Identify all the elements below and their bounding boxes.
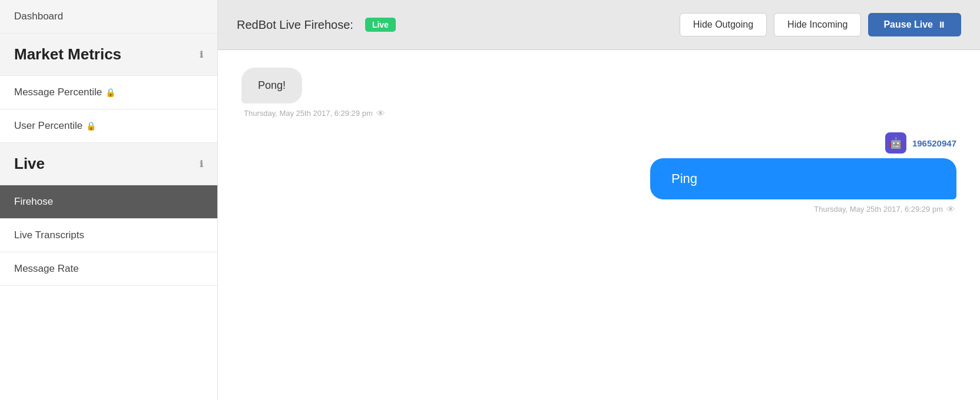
sidebar-item-message-rate-label: Message Rate [14,263,79,275]
header-buttons: Hide Outgoing Hide Incoming Pause Live ⏸ [680,13,961,36]
sidebar-item-live[interactable]: Live ℹ [0,143,217,185]
firehose-title: RedBot Live Firehose: [237,18,353,32]
sidebar-item-live-label: Live [14,155,45,173]
user-avatar: 🤖 [885,132,906,154]
lock-icon-message-percentile: 🔒 [105,88,115,97]
sidebar-item-user-percentile-label: User Percentile [14,120,82,132]
hide-outgoing-button[interactable]: Hide Outgoing [680,13,767,36]
chat-area: Pong! Thursday, May 25th 2017, 6:29:29 p… [218,50,980,400]
info-icon: ℹ [200,49,203,60]
info-icon-live: ℹ [200,159,203,169]
sidebar-item-live-transcripts[interactable]: Live Transcripts [0,219,217,252]
message-group-outgoing: 🤖 196520947 Ping Thursday, May 25th 2017… [650,132,956,214]
incoming-bubble: Pong! [241,68,302,104]
sidebar-item-dashboard[interactable]: Dashboard [0,0,217,34]
sidebar-item-message-percentile[interactable]: Message Percentile 🔒 [0,76,217,109]
sidebar-item-market-metrics[interactable]: Market Metrics ℹ [0,34,217,76]
avatar-icon: 🤖 [889,136,902,149]
message-percentile-wrap: Message Percentile 🔒 [14,86,115,98]
eye-icon-outgoing: 👁 [946,204,955,214]
outgoing-bubble: Ping [650,158,956,199]
sidebar-item-firehose-label: Firehose [14,196,53,208]
main-content: RedBot Live Firehose: Live Hide Outgoing… [218,0,980,400]
sidebar-item-user-percentile[interactable]: User Percentile 🔒 [0,109,217,143]
lock-icon-user-percentile: 🔒 [86,121,96,131]
outgoing-header: 🤖 196520947 [885,132,956,154]
pause-live-button[interactable]: Pause Live ⏸ [868,13,961,36]
sidebar-item-market-metrics-label: Market Metrics [14,45,121,64]
sidebar-item-dashboard-label: Dashboard [14,11,63,22]
firehose-header: RedBot Live Firehose: Live Hide Outgoing… [218,0,980,50]
incoming-timestamp: Thursday, May 25th 2017, 6:29:29 pm 👁 [241,108,385,118]
live-badge: Live [365,18,396,32]
incoming-timestamp-text: Thursday, May 25th 2017, 6:29:29 pm [244,109,373,118]
eye-icon-incoming: 👁 [376,108,385,118]
sidebar-item-firehose[interactable]: Firehose [0,185,217,219]
outgoing-timestamp-text: Thursday, May 25th 2017, 6:29:29 pm [814,205,943,214]
pause-live-label: Pause Live [883,19,933,30]
sidebar: Dashboard Market Metrics ℹ Message Perce… [0,0,218,400]
sidebar-item-live-transcripts-label: Live Transcripts [14,229,84,241]
pause-icon: ⏸ [938,20,946,29]
message-group-incoming: Pong! Thursday, May 25th 2017, 6:29:29 p… [241,68,524,118]
sidebar-item-message-rate[interactable]: Message Rate [0,252,217,286]
hide-incoming-button[interactable]: Hide Incoming [774,13,861,36]
sidebar-item-message-percentile-label: Message Percentile [14,86,102,98]
outgoing-timestamp: Thursday, May 25th 2017, 6:29:29 pm 👁 [814,204,956,214]
user-percentile-wrap: User Percentile 🔒 [14,120,96,132]
user-id[interactable]: 196520947 [912,138,956,148]
